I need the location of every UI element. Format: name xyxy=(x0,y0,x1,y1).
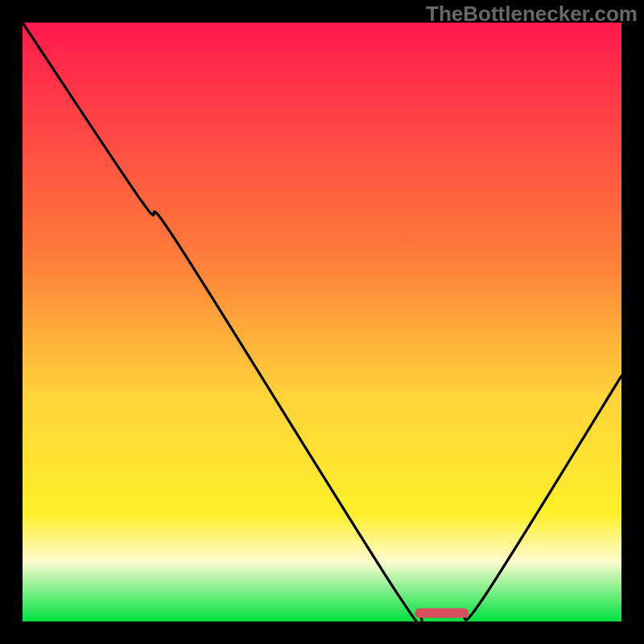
watermark-text: TheBottlenecker.com xyxy=(426,2,638,27)
chart-svg xyxy=(0,0,644,644)
optimal-marker xyxy=(415,609,469,618)
chart-frame: TheBottlenecker.com xyxy=(0,0,644,644)
chart-gradient-bg xyxy=(23,23,621,621)
